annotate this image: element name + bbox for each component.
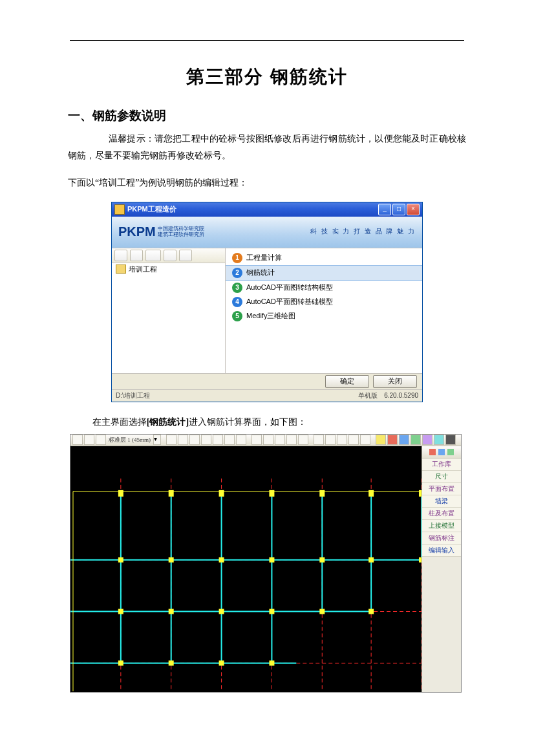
tool-icon[interactable] [337,435,347,445]
minimize-button[interactable]: _ [378,204,391,215]
side-item[interactable]: 平面布置 [422,483,461,495]
doc-title: 第三部分 钢筋统计 [68,65,466,89]
toolbar-button[interactable] [145,250,161,261]
badge-5-icon: 5 [232,311,242,321]
color-icon[interactable] [447,449,454,455]
menu-label: AutoCAD平面图转结构模型 [246,283,333,292]
svg-rect-27 [118,557,123,563]
toolbar-button[interactable] [164,250,176,261]
badge-2-icon: 2 [232,268,242,278]
status-mode: 单机版 [358,391,378,400]
banner: PKPM 中国建筑科学研究院建筑工程软件研究所 科 技 实 力 打 造 品 牌 … [112,217,422,248]
color-icon[interactable] [429,449,436,455]
badge-4-icon: 4 [232,297,242,307]
menu-label: 工程量计算 [246,253,282,263]
tool-icon[interactable] [224,435,235,445]
cancel-button[interactable]: 关闭 [373,375,417,388]
svg-rect-32 [368,557,374,563]
tool-icon[interactable] [189,435,200,445]
tree-item[interactable]: 培训工程 [112,263,225,275]
close-button[interactable]: × [407,204,420,215]
sidebar-colors [422,446,461,459]
svg-rect-37 [269,609,274,614]
menu-label: 钢筋统计 [246,268,275,277]
folder-icon [116,265,126,274]
left-pane: 培训工程 [112,248,226,373]
footer: 确定 关闭 [112,373,422,389]
side-item[interactable]: 编辑输入 [422,545,461,557]
color-swatch-icon[interactable] [399,435,409,445]
status-version: 6.20.0.5290 [384,392,418,399]
tree-item-label: 培训工程 [129,265,157,274]
tool-icon[interactable] [213,435,223,445]
cad-toolbar: 标准层 1 (45mm) ▾ [70,435,461,446]
tool-icon[interactable] [166,435,176,445]
cad-sidebar: 工作库 尺寸 平面布置 墙梁 柱及布置 上接模型 钢筋标注 编辑输入 [422,446,461,692]
svg-rect-34 [118,609,123,614]
side-item[interactable]: 工作库 [422,459,461,471]
svg-rect-40 [118,660,123,665]
color-swatch-icon[interactable] [445,435,456,445]
svg-rect-33 [419,557,422,563]
tool-icon[interactable] [178,435,188,445]
color-swatch-icon[interactable] [434,435,444,445]
menu-item-4[interactable]: 4 AutoCAD平面图转基础模型 [226,295,422,309]
cad-window: 标准层 1 (45mm) ▾ [70,434,462,693]
tool-icon[interactable] [251,435,262,445]
side-item[interactable]: 柱及布置 [422,508,461,520]
ok-button[interactable]: 确定 [325,375,369,388]
maximize-button[interactable]: □ [392,204,405,215]
caption-2: 在主界面选择[钢筋统计]进入钢筋计算界面，如下图： [68,414,466,430]
paragraph-example: 下面以“培训工程”为例说明钢筋的编辑过程： [68,175,466,191]
color-swatch-icon[interactable] [387,435,398,445]
tool-icon[interactable] [84,435,94,445]
color-swatch-icon[interactable] [411,435,421,445]
menu-item-5[interactable]: 5 Medify三维绘图 [226,309,422,323]
tool-icon[interactable] [360,435,370,445]
paragraph-tip: 温馨提示：请您把工程中的砼标号按图纸修改后再进行钢筋统计，以便您能及时正确校核钢… [68,131,466,164]
svg-rect-35 [169,609,174,614]
dropdown-icon[interactable]: ▾ [153,435,161,445]
side-item[interactable]: 钢筋标注 [422,532,461,545]
menu-item-2[interactable]: 2 钢筋统计 [226,265,422,281]
side-item[interactable]: 墙梁 [422,495,461,508]
logo-subtitle: 中国建筑科学研究院建筑工程软件研究所 [158,226,204,238]
tool-icon[interactable] [325,435,336,445]
tool-icon[interactable] [263,435,273,445]
tool-icon[interactable] [286,435,297,445]
tool-icon[interactable] [72,435,83,445]
svg-rect-28 [169,557,174,563]
side-item[interactable]: 上接模型 [422,520,461,532]
tool-icon[interactable] [201,435,211,445]
svg-rect-42 [219,660,224,665]
toolbar-button[interactable] [114,250,127,261]
svg-rect-43 [269,660,274,665]
tool-icon[interactable] [298,435,308,445]
section-heading: 一、钢筋参数说明 [68,107,466,124]
color-swatch-icon[interactable] [422,435,433,445]
svg-rect-36 [219,609,224,614]
svg-rect-31 [319,557,325,563]
status-bar: D:\培训工程 单机版 6.20.0.5290 [112,389,422,402]
right-pane: 1 工程量计算 2 钢筋统计 3 AutoCAD平面图转结构模型 4 AutoC… [226,248,422,373]
toolbar-button[interactable] [130,250,143,261]
menu-item-1[interactable]: 1 工程量计算 [226,251,422,265]
tool-icon[interactable] [314,435,324,445]
menu-item-3[interactable]: 3 AutoCAD平面图转结构模型 [226,281,422,295]
tool-icon[interactable] [236,435,246,445]
window-title: PKPM工程造价 [127,204,176,214]
toolbar-button[interactable] [179,250,192,261]
color-icon[interactable] [438,449,445,455]
svg-rect-39 [368,609,374,614]
cad-canvas[interactable] [70,446,422,692]
menu-label: Medify三维绘图 [246,311,295,321]
color-swatch-icon[interactable] [376,435,386,445]
tool-icon[interactable] [96,435,106,445]
tool-icon[interactable] [275,435,285,445]
badge-3-icon: 3 [232,283,242,293]
toolbar-text: 标准层 1 (45mm) [107,436,152,444]
left-toolbar [112,248,225,263]
side-item[interactable]: 尺寸 [422,471,461,483]
tool-icon[interactable] [348,435,359,445]
banner-slogan: 科 技 实 力 打 造 品 牌 魅 力 [310,227,416,236]
